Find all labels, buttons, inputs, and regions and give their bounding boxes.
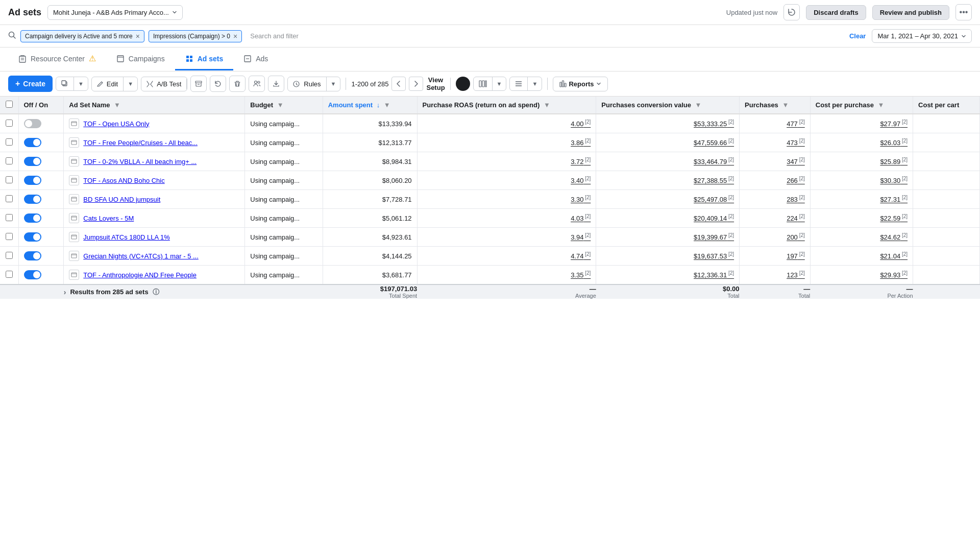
row-roas-cell[interactable]: 4.03 [2] bbox=[417, 209, 596, 228]
row-purchases-cv-cell[interactable]: $20,409.14 [2] bbox=[596, 209, 740, 228]
toggle-switch[interactable] bbox=[24, 270, 41, 279]
rules-button[interactable]: Rules ▼ bbox=[287, 77, 340, 91]
col-name-filter[interactable]: ▼ bbox=[114, 101, 120, 109]
row-purchases-cell[interactable]: 283 [2] bbox=[740, 190, 811, 209]
col-cost-per-cart[interactable]: Cost per cart bbox=[913, 97, 980, 114]
row-name-link[interactable]: TOF - Asos AND Boho Chic bbox=[83, 177, 164, 184]
row-name-link[interactable]: TOF - Open USA Only bbox=[83, 120, 149, 128]
edit-dropdown-arrow[interactable]: ▼ bbox=[124, 78, 137, 90]
row-checkbox[interactable] bbox=[6, 176, 13, 183]
circle-icon[interactable] bbox=[456, 77, 470, 91]
row-roas-cell[interactable]: 3.35 [2] bbox=[417, 266, 596, 285]
audience-button[interactable] bbox=[249, 76, 265, 92]
row-cost-per-purchase-cell[interactable]: $27.31 [2] bbox=[810, 190, 913, 209]
row-purchases-cell[interactable]: 266 [2] bbox=[740, 171, 811, 190]
row-checkbox[interactable] bbox=[6, 214, 13, 221]
toggle-switch[interactable] bbox=[24, 176, 41, 185]
row-purchases-cell[interactable]: 197 [2] bbox=[740, 247, 811, 266]
row-roas-cell[interactable]: 3.72 [2] bbox=[417, 152, 596, 171]
row-name-link[interactable]: Grecian Nights (VC+ATCs) 1 mar - 5 ... bbox=[83, 252, 199, 260]
delete-button[interactable] bbox=[229, 76, 246, 92]
expand-icon[interactable]: › bbox=[64, 288, 66, 296]
row-checkbox[interactable] bbox=[6, 271, 13, 278]
row-purchases-cell[interactable]: 200 [2] bbox=[740, 228, 811, 247]
col-budget[interactable]: Budget ▼ bbox=[245, 97, 323, 114]
row-cost-per-purchase-cell[interactable]: $24.62 [2] bbox=[810, 228, 913, 247]
row-purchases-cell[interactable]: 347 [2] bbox=[740, 152, 811, 171]
footer-label[interactable]: › Results from 285 ad sets ⓘ bbox=[64, 288, 245, 297]
discard-drafts-button[interactable]: Discard drafts bbox=[806, 5, 866, 20]
col-roas-filter[interactable]: ▼ bbox=[544, 101, 550, 109]
row-purchases-cv-cell[interactable]: $33,464.79 [2] bbox=[596, 152, 740, 171]
select-all-header[interactable] bbox=[0, 97, 18, 114]
export-button[interactable] bbox=[268, 76, 284, 92]
rules-dropdown-arrow[interactable]: ▼ bbox=[327, 78, 340, 90]
row-cost-per-purchase-cell[interactable]: $25.89 [2] bbox=[810, 152, 913, 171]
col-cost-per-purchase[interactable]: Cost per purchase ▼ bbox=[810, 97, 913, 114]
row-name-link[interactable]: Jumpsuit ATCs 180D LLA 1% bbox=[83, 233, 170, 241]
row-checkbox[interactable] bbox=[6, 138, 13, 146]
toggle-switch[interactable] bbox=[24, 232, 41, 242]
review-publish-button[interactable]: Review and publish bbox=[872, 5, 949, 20]
toggle-switch[interactable] bbox=[24, 119, 41, 128]
row-purchases-cv-cell[interactable]: $47,559.66 [2] bbox=[596, 133, 740, 152]
create-button[interactable]: + Create bbox=[8, 76, 53, 92]
undo-button[interactable] bbox=[210, 76, 226, 92]
row-purchases-cell[interactable]: 224 [2] bbox=[740, 209, 811, 228]
toggle-switch[interactable] bbox=[24, 251, 41, 260]
row-purchases-cell[interactable]: 123 [2] bbox=[740, 266, 811, 285]
row-purchases-cv-cell[interactable]: $53,333.25 [2] bbox=[596, 114, 740, 133]
row-purchases-cell[interactable]: 473 [2] bbox=[740, 133, 811, 152]
col-purchase-roas[interactable]: Purchase ROAS (return on ad spend) ▼ bbox=[417, 97, 596, 114]
row-name-link[interactable]: BD SFA UO AND jumpsuit bbox=[83, 196, 160, 203]
col-purchases-cv[interactable]: Purchases conversion value ▼ bbox=[596, 97, 740, 114]
row-purchases-cv-cell[interactable]: $19,399.67 [2] bbox=[596, 228, 740, 247]
select-all-checkbox[interactable] bbox=[6, 101, 13, 108]
row-roas-cell[interactable]: 3.30 [2] bbox=[417, 190, 596, 209]
row-name-link[interactable]: TOF - 0-2% VBLLA - All beach img+ ... bbox=[83, 158, 197, 165]
col-purchases[interactable]: Purchases ▼ bbox=[740, 97, 811, 114]
duplicate-button[interactable]: ▼ bbox=[56, 77, 88, 91]
date-range-picker[interactable]: Mar 1, 2021 – Apr 30, 2021 bbox=[872, 29, 972, 43]
tab-resource-center[interactable]: Resource Center ⚠ bbox=[8, 47, 106, 71]
search-input[interactable]: Search and filter bbox=[246, 30, 845, 42]
ab-test-button[interactable]: A/B Test bbox=[141, 77, 187, 91]
tab-adsets[interactable]: Ad sets bbox=[175, 49, 234, 70]
toggle-switch[interactable] bbox=[24, 138, 41, 147]
tab-ads[interactable]: Ads bbox=[233, 49, 278, 70]
row-checkbox[interactable] bbox=[6, 252, 13, 259]
account-selector[interactable]: Mohit Juneja - A&B Ads Primary Acco... bbox=[47, 5, 183, 20]
row-view-dropdown[interactable]: ▼ bbox=[528, 78, 542, 90]
row-roas-cell[interactable]: 4.74 [2] bbox=[417, 247, 596, 266]
row-purchases-cv-cell[interactable]: $27,388.55 [2] bbox=[596, 171, 740, 190]
row-checkbox[interactable] bbox=[6, 233, 13, 240]
col-amount-spent[interactable]: Amount spent ↓ ▼ bbox=[323, 97, 417, 114]
filter-tag-impressions[interactable]: Impressions (Campaign) > 0 × bbox=[149, 30, 242, 42]
row-name-link[interactable]: TOF - Anthropologie AND Free People bbox=[83, 271, 197, 279]
col-budget-filter[interactable]: ▼ bbox=[277, 101, 284, 109]
row-purchases-cv-cell[interactable]: $25,497.08 [2] bbox=[596, 190, 740, 209]
row-cost-per-purchase-cell[interactable]: $21.04 [2] bbox=[810, 247, 913, 266]
row-roas-cell[interactable]: 3.40 [2] bbox=[417, 171, 596, 190]
row-cost-per-purchase-cell[interactable]: $29.93 [2] bbox=[810, 266, 913, 285]
col-purchases-filter[interactable]: ▼ bbox=[782, 101, 789, 109]
row-roas-cell[interactable]: 4.00 [2] bbox=[417, 114, 596, 133]
toggle-switch[interactable] bbox=[24, 157, 41, 166]
row-purchases-cv-cell[interactable]: $19,637.53 [2] bbox=[596, 247, 740, 266]
row-cost-per-purchase-cell[interactable]: $26.03 [2] bbox=[810, 133, 913, 152]
row-view-button[interactable]: ▼ bbox=[509, 77, 542, 91]
row-checkbox[interactable] bbox=[6, 120, 13, 127]
toggle-switch[interactable] bbox=[24, 213, 41, 223]
filter-tag-close[interactable]: × bbox=[136, 33, 140, 40]
archive-button[interactable] bbox=[190, 76, 207, 92]
row-cost-per-purchase-cell[interactable]: $30.30 [2] bbox=[810, 171, 913, 190]
edit-button[interactable]: Edit ▼ bbox=[91, 77, 138, 91]
clear-button[interactable]: Clear bbox=[849, 32, 866, 40]
row-cost-per-purchase-cell[interactable]: $27.97 [2] bbox=[810, 114, 913, 133]
row-roas-cell[interactable]: 3.86 [2] bbox=[417, 133, 596, 152]
filter-tag-close2[interactable]: × bbox=[233, 33, 237, 40]
filter-tag-delivery[interactable]: Campaign delivery is Active and 5 more × bbox=[20, 30, 144, 42]
column-view-dropdown[interactable]: ▼ bbox=[493, 78, 506, 90]
col-amount-filter[interactable]: ▼ bbox=[384, 101, 390, 109]
column-view-button[interactable]: ▼ bbox=[473, 77, 507, 91]
